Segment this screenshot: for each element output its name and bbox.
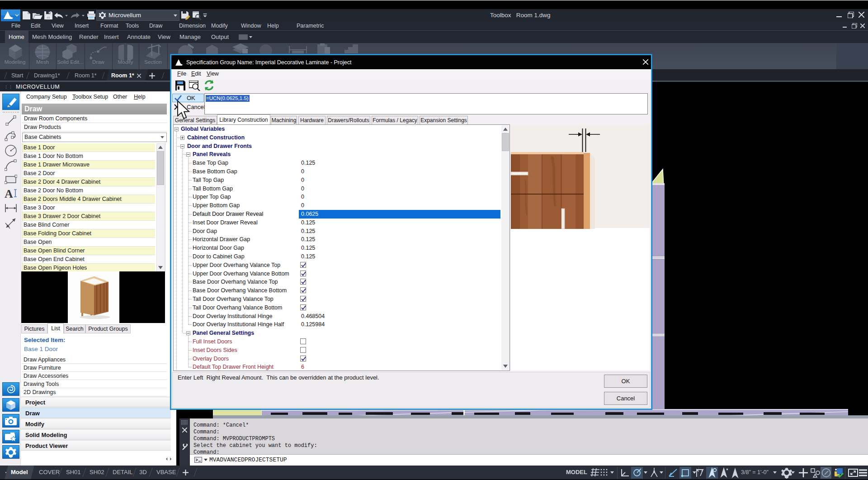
- svg-text:A: A: [5, 188, 13, 200]
